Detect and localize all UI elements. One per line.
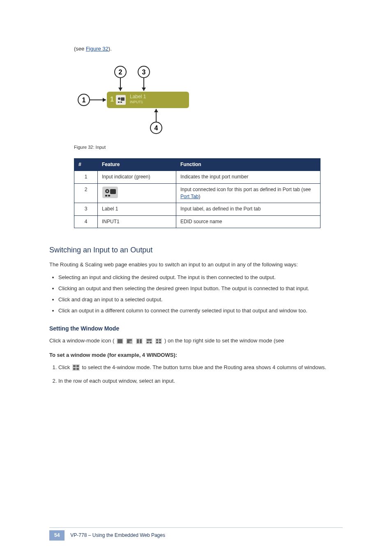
figure-32: 1 Label 1 INPUT1 1 2 3 bbox=[49, 59, 343, 228]
svg-rect-39 bbox=[156, 342, 158, 343]
cell-feature-icon bbox=[98, 183, 176, 203]
camera-icon bbox=[102, 186, 118, 199]
footer-title: VP-778 – Using the Embedded Web Pages bbox=[70, 532, 165, 539]
cell-feature: Label 1 bbox=[98, 203, 176, 215]
svg-rect-43 bbox=[76, 365, 79, 367]
svg-rect-37 bbox=[156, 339, 158, 341]
intro-figure-link[interactable]: Figure 32 bbox=[86, 46, 108, 52]
cell-feature: Input indicator (green) bbox=[98, 171, 176, 183]
svg-rect-21 bbox=[110, 189, 116, 194]
svg-rect-35 bbox=[150, 342, 152, 343]
table-row: 4 INPUT1 EDID source name bbox=[74, 215, 321, 228]
table-row: 3 Label 1 Input label, as defined in the… bbox=[74, 203, 321, 215]
cell-function: Input label, as defined in the Port tab bbox=[176, 203, 321, 215]
svg-marker-17 bbox=[154, 109, 158, 112]
svg-marker-11 bbox=[118, 88, 122, 91]
svg-rect-30 bbox=[137, 339, 139, 343]
svg-marker-8 bbox=[103, 98, 106, 102]
callout-4: 4 bbox=[154, 125, 158, 132]
svg-point-20 bbox=[106, 190, 108, 192]
figure-label-top: Label 1 bbox=[130, 94, 146, 99]
section-intro: The Routing & Scaling web page enables y… bbox=[49, 261, 343, 269]
mode-4-icon bbox=[146, 338, 152, 347]
callout-3: 3 bbox=[142, 69, 146, 76]
th-feature: Feature bbox=[98, 158, 176, 171]
svg-rect-4 bbox=[118, 102, 120, 103]
svg-rect-38 bbox=[159, 339, 161, 341]
cell-num: 2 bbox=[74, 183, 98, 203]
figure-box-number: 1 bbox=[110, 96, 114, 103]
callout-1: 1 bbox=[82, 97, 86, 104]
th-num: # bbox=[74, 158, 98, 171]
cell-function: Indicates the input port number bbox=[176, 171, 321, 183]
intro-post: ). bbox=[108, 46, 112, 52]
figure-label-bottom: INPUT1 bbox=[130, 100, 143, 104]
step-item: In the row of each output window, select… bbox=[58, 377, 343, 385]
cell-num: 4 bbox=[74, 215, 98, 228]
footer-divider bbox=[49, 527, 343, 528]
page-number-badge: 54 bbox=[49, 530, 65, 541]
svg-rect-23 bbox=[108, 195, 110, 196]
section-heading: Switching an Input to an Output bbox=[49, 245, 343, 255]
mode-1-icon bbox=[117, 338, 123, 347]
list-item: Selecting an input and clicking the desi… bbox=[58, 274, 343, 282]
svg-rect-25 bbox=[118, 339, 122, 343]
list-item: Click and drag an input to a selected ou… bbox=[58, 296, 343, 304]
svg-rect-45 bbox=[76, 368, 79, 370]
svg-rect-31 bbox=[140, 339, 142, 343]
mode-5-icon bbox=[155, 338, 162, 347]
cell-function: Input connected icon for this port as de… bbox=[176, 183, 321, 203]
table-row: 1 Input indicator (green) Indicates the … bbox=[74, 171, 321, 183]
steps-leadin: To set a window mode (for example, 4 WIN… bbox=[49, 351, 343, 359]
cell-num: 1 bbox=[74, 171, 98, 183]
callout-2: 2 bbox=[119, 69, 122, 76]
svg-rect-22 bbox=[105, 195, 107, 196]
figure-key-table: # Feature Function 1 Input indicator (gr… bbox=[74, 158, 321, 228]
svg-rect-28 bbox=[129, 341, 132, 343]
svg-rect-33 bbox=[147, 339, 152, 341]
mode-3-icon bbox=[136, 338, 143, 347]
svg-marker-14 bbox=[142, 88, 146, 91]
cell-function: EDID source name bbox=[176, 215, 321, 228]
svg-rect-40 bbox=[159, 342, 161, 343]
intro-pre: (see bbox=[74, 46, 86, 52]
svg-rect-42 bbox=[73, 365, 76, 367]
cell-num: 3 bbox=[74, 203, 98, 215]
switching-bullets: Selecting an input and clicking the desi… bbox=[49, 274, 343, 314]
figure-caption: Figure 32: Input bbox=[74, 144, 343, 151]
four-window-mode-icon bbox=[72, 364, 80, 373]
list-item: Clicking an output and then selecting th… bbox=[58, 285, 343, 293]
svg-point-2 bbox=[118, 97, 120, 100]
list-item: Click an output in a different column to… bbox=[58, 307, 343, 315]
svg-rect-34 bbox=[147, 342, 149, 343]
subsection-intro: Click a window-mode icon ( ) on the top … bbox=[49, 337, 343, 347]
subsection-heading: Setting the Window Mode bbox=[49, 324, 343, 333]
th-function: Function bbox=[176, 158, 321, 171]
steps-list: Click to select the 4-window mode. The b… bbox=[49, 364, 343, 385]
mode-2-icon bbox=[126, 338, 133, 347]
table-row: 2 Input connected icon for this port as bbox=[74, 183, 321, 203]
port-tab-link[interactable]: Port Tab bbox=[180, 194, 198, 199]
svg-rect-5 bbox=[120, 102, 122, 103]
page-footer: 54 VP-778 – Using the Embedded Web Pages bbox=[0, 525, 392, 541]
intro-paragraph: (see Figure 32). bbox=[49, 45, 343, 53]
step-item: Click to select the 4-window mode. The b… bbox=[58, 364, 343, 373]
svg-rect-44 bbox=[73, 368, 76, 370]
cell-feature: INPUT1 bbox=[98, 215, 176, 228]
svg-rect-3 bbox=[121, 97, 125, 101]
